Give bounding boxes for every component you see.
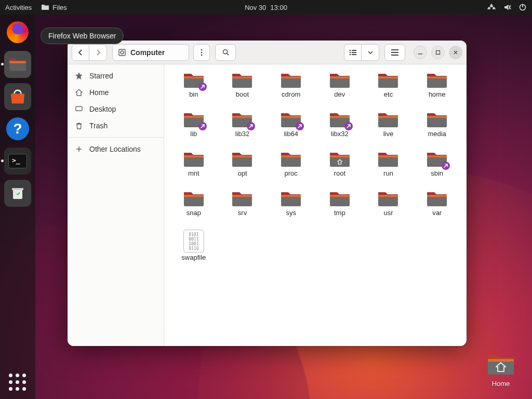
- dock-trash[interactable]: [4, 180, 31, 207]
- sidebar-item-label: Other Locations: [89, 145, 141, 153]
- grid-item-label: media: [428, 130, 446, 138]
- sidebar-item-starred[interactable]: Starred: [68, 68, 164, 84]
- sidebar-item-trash[interactable]: Trash: [68, 117, 164, 134]
- minimize-button[interactable]: [414, 46, 427, 59]
- sidebar: Starred Home Desktop Trash Other Locatio…: [68, 64, 164, 346]
- view-options-button[interactable]: [362, 44, 379, 61]
- show-applications-button[interactable]: [8, 373, 27, 392]
- grid-item[interactable]: sys: [267, 188, 315, 228]
- folder-icon: [182, 190, 205, 208]
- forward-button[interactable]: [89, 44, 107, 61]
- folder-icon: [328, 111, 351, 129]
- network-icon[interactable]: [487, 3, 496, 11]
- top-bar: Activities Files Nov 30 13:00: [0, 0, 532, 15]
- svg-point-0: [490, 4, 492, 6]
- grid-item[interactable]: tmp: [315, 188, 364, 228]
- activities-button[interactable]: Activities: [5, 4, 32, 11]
- list-view-button[interactable]: [344, 44, 362, 61]
- symlink-emblem-icon: [198, 122, 207, 130]
- chevron-down-icon: [368, 50, 373, 55]
- path-button-computer[interactable]: Computer: [112, 44, 189, 61]
- grid-item[interactable]: sbin: [413, 149, 461, 188]
- grid-item[interactable]: lib: [169, 109, 218, 149]
- svg-rect-13: [119, 49, 125, 56]
- grid-item[interactable]: srv: [218, 188, 267, 228]
- symlink-emblem-icon: [442, 162, 450, 170]
- folder-icon: [377, 190, 400, 208]
- topbar-app-menu[interactable]: Files: [41, 3, 66, 11]
- grid-item[interactable]: root: [315, 149, 364, 188]
- shopping-bag-icon: [8, 88, 28, 105]
- clock[interactable]: Nov 30 13:00: [245, 4, 287, 11]
- folder-icon: [280, 190, 302, 208]
- grid-item-label: snap: [187, 209, 201, 217]
- grid-item[interactable]: proc: [267, 149, 315, 188]
- back-button[interactable]: [72, 44, 89, 61]
- hamburger-menu-button[interactable]: [384, 44, 405, 61]
- files-window: Computer Starred Home: [68, 41, 467, 346]
- grid-item[interactable]: cdrom: [267, 70, 315, 109]
- svg-rect-12: [488, 359, 514, 362]
- svg-rect-21: [352, 50, 356, 51]
- sidebar-item-desktop[interactable]: Desktop: [68, 101, 164, 117]
- firefox-icon: [7, 21, 29, 43]
- grid-item[interactable]: mnt: [169, 149, 218, 188]
- grid-item-label: opt: [237, 169, 247, 177]
- svg-point-18: [223, 50, 227, 54]
- svg-rect-29: [418, 54, 422, 55]
- grid-item[interactable]: media: [413, 109, 461, 149]
- grid-item[interactable]: 0101 0011 1001 0110swapfile: [169, 228, 218, 267]
- grid-item-label: run: [383, 169, 393, 177]
- desktop-item-home[interactable]: Home: [482, 352, 520, 388]
- grid-item[interactable]: live: [364, 109, 413, 149]
- grid-item[interactable]: lib64: [267, 109, 315, 149]
- view-buttons: [344, 44, 379, 61]
- volume-icon[interactable]: [503, 3, 511, 11]
- grid-item-label: swapfile: [181, 254, 206, 261]
- grid-item-label: srv: [238, 209, 247, 217]
- grid-item[interactable]: libx32: [315, 109, 364, 149]
- help-icon: ?: [6, 117, 29, 140]
- folder-icon: [231, 72, 254, 89]
- grid-item[interactable]: bin: [169, 70, 218, 109]
- dock-help[interactable]: ?: [4, 115, 31, 142]
- grid-item-label: mnt: [188, 169, 200, 177]
- grid-item[interactable]: snap: [169, 188, 218, 228]
- folder-icon: [231, 111, 254, 129]
- dock-software[interactable]: [4, 83, 31, 110]
- symlink-emblem-icon: [296, 122, 304, 130]
- svg-point-16: [201, 51, 203, 53]
- grid-item[interactable]: boot: [218, 70, 267, 109]
- folder-icon: [280, 111, 302, 129]
- grid-item[interactable]: dev: [315, 70, 364, 109]
- sidebar-item-home[interactable]: Home: [68, 84, 164, 101]
- svg-rect-10: [12, 188, 23, 190]
- close-button[interactable]: [449, 46, 462, 59]
- grid-item-label: cdrom: [282, 90, 300, 98]
- dock-firefox[interactable]: [4, 19, 31, 46]
- grid-item[interactable]: lib32: [218, 109, 267, 149]
- grid-item-label: etc: [384, 90, 393, 98]
- grid-item-label: dev: [334, 90, 345, 98]
- grid-item[interactable]: etc: [364, 70, 413, 109]
- folder-icon: [280, 72, 302, 89]
- grid-item[interactable]: home: [413, 70, 461, 109]
- grid-item[interactable]: run: [364, 149, 413, 188]
- search-button[interactable]: [215, 44, 236, 61]
- maximize-button[interactable]: [431, 46, 445, 59]
- dock-files[interactable]: [4, 51, 31, 78]
- dock-terminal[interactable]: >_: [4, 148, 31, 175]
- folder-icon: [328, 72, 351, 89]
- grid-item-label: lib: [190, 130, 197, 138]
- grid-item[interactable]: opt: [218, 149, 267, 188]
- trash-icon: [75, 122, 83, 130]
- path-menu-button[interactable]: [193, 44, 210, 61]
- svg-point-24: [350, 54, 351, 55]
- sidebar-item-other-locations[interactable]: Other Locations: [68, 141, 164, 157]
- grid-item[interactable]: usr: [364, 188, 413, 228]
- grid-item[interactable]: var: [413, 188, 461, 228]
- svg-point-2: [493, 7, 494, 9]
- grid-item-label: bin: [189, 90, 198, 98]
- topbar-app-label: Files: [52, 4, 66, 11]
- power-icon[interactable]: [518, 3, 527, 11]
